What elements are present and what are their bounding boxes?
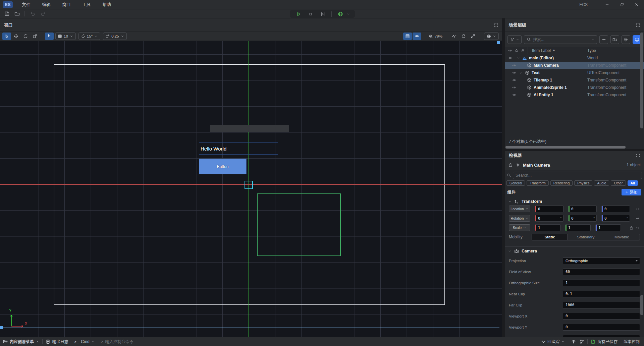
eye-icon[interactable] <box>507 56 513 60</box>
save-status[interactable]: 所有已保存 <box>588 337 621 346</box>
gear-icon[interactable] <box>516 163 520 167</box>
network-status-button[interactable] <box>568 337 579 346</box>
hierarchy-settings-button[interactable] <box>622 35 630 44</box>
eye-icon[interactable] <box>512 63 517 67</box>
mobility-stationary[interactable]: Stationary <box>568 234 603 240</box>
hierarchy-row-main[interactable]: main (Editor) World <box>505 54 644 62</box>
content-drawer-button[interactable]: 内容侧滑菜单 <box>0 337 42 346</box>
hierarchy-row-ai-entity[interactable]: AI Entity 1 TransformComponent <box>505 91 644 99</box>
scene-canvas[interactable]: Hello World Button y x <box>0 41 502 337</box>
world-dropdown[interactable] <box>484 33 499 40</box>
hierarchy-row-animatedsprite[interactable]: AnimatedSprite 1 TransformComponent <box>505 84 644 91</box>
version-control-button[interactable]: 版本控制 <box>621 337 643 346</box>
rotation-z-field[interactable]: 0° <box>601 215 630 222</box>
menu-tools[interactable]: 工具 <box>76 0 97 9</box>
inspector-expand-icon[interactable] <box>636 154 640 158</box>
network-globe-button[interactable] <box>335 11 345 17</box>
snap-magnet-button[interactable] <box>45 33 54 40</box>
inspector-search-input[interactable] <box>516 173 639 178</box>
tab-other[interactable]: Other <box>611 180 626 186</box>
mobility-movable[interactable]: Movable <box>604 234 640 240</box>
inspector-vscrollbar[interactable] <box>640 295 643 315</box>
grid-snap-dropdown[interactable]: 10 <box>55 33 76 40</box>
hierarchy-row-tilemap[interactable]: Tilemap 1 TransformComponent <box>505 76 644 84</box>
minimize-button[interactable] <box>600 0 614 9</box>
eye-icon[interactable] <box>512 85 517 90</box>
chevron-down-icon[interactable] <box>516 56 521 60</box>
camera-section-header[interactable]: Camera <box>505 246 644 255</box>
chevron-right-icon[interactable] <box>518 71 524 74</box>
transform-section-header[interactable]: Transform <box>505 197 644 206</box>
link-axes-icon[interactable] <box>636 207 640 211</box>
app-logo[interactable]: ES <box>3 1 13 8</box>
rotation-x-field[interactable]: 0° <box>535 215 564 222</box>
location-z-field[interactable]: 0 <box>601 206 630 212</box>
far-clip-input[interactable]: 1000 <box>563 302 640 308</box>
viewport-y-input[interactable]: 0 <box>563 324 640 331</box>
hierarchy-row-main-camera[interactable]: Main Camera TransformComponent <box>505 62 644 69</box>
menu-help[interactable]: 帮助 <box>97 0 117 9</box>
scene-panel-widget[interactable] <box>210 125 289 132</box>
redo-button[interactable] <box>39 10 47 17</box>
hierarchy-vscrollbar[interactable] <box>640 33 643 144</box>
field-of-view-input[interactable]: 60 <box>563 269 640 275</box>
zoom-control[interactable]: 79% <box>427 34 444 39</box>
eye-icon[interactable] <box>512 78 517 82</box>
close-button[interactable] <box>629 0 644 9</box>
new-folder-button[interactable] <box>610 35 619 44</box>
play-button[interactable] <box>293 11 304 17</box>
location-y-field[interactable]: 0 <box>568 206 597 212</box>
grid-toggle-button[interactable] <box>403 33 412 40</box>
rotation-dropdown[interactable]: Rotation <box>509 215 530 222</box>
stop-button[interactable] <box>306 11 316 17</box>
camera-bounds-handle-bottom[interactable] <box>0 326 3 329</box>
eye-icon[interactable] <box>512 93 517 97</box>
add-entity-button[interactable] <box>599 35 608 44</box>
location-dropdown[interactable]: Location <box>509 206 530 212</box>
output-log-button[interactable]: 输出日志 <box>43 337 71 346</box>
scale-z-field[interactable]: 1 <box>595 224 621 231</box>
viewport-x-input[interactable]: 0 <box>563 313 640 320</box>
unlock-icon[interactable] <box>508 163 513 167</box>
viewport-expand-icon[interactable] <box>494 23 498 27</box>
uniform-scale-lock-icon[interactable] <box>629 226 634 230</box>
scale-dropdown[interactable]: Scale <box>509 224 530 231</box>
step-button[interactable] <box>318 11 328 17</box>
scene-button-widget[interactable]: Button <box>199 159 247 174</box>
eye-icon[interactable] <box>512 71 517 75</box>
link-axes-icon[interactable] <box>636 216 640 221</box>
filter-dropdown[interactable] <box>507 35 522 44</box>
fullscreen-button[interactable] <box>469 33 477 40</box>
rotate-tool-button[interactable] <box>21 33 30 40</box>
menu-file[interactable]: 文件 <box>16 0 36 9</box>
tab-physics[interactable]: Physics <box>574 180 592 186</box>
save-button[interactable] <box>3 10 11 17</box>
hierarchy-search-input[interactable] <box>533 37 589 42</box>
undo-button[interactable] <box>29 10 37 17</box>
location-x-field[interactable]: 0 <box>535 206 564 212</box>
tab-transform[interactable]: Transform <box>527 180 548 186</box>
move-tool-button[interactable] <box>12 33 20 40</box>
selected-entity-gizmo[interactable] <box>245 181 253 189</box>
chevron-down-icon[interactable] <box>591 38 594 41</box>
tab-general[interactable]: General <box>506 180 525 186</box>
camera-bounds-handle-top[interactable] <box>497 41 500 44</box>
menu-window[interactable]: 窗口 <box>56 0 76 9</box>
scale-snap-dropdown[interactable]: 0.25 <box>103 33 126 40</box>
trace-dropdown[interactable]: 回追踪 <box>538 337 568 346</box>
hierarchy-hscrollbar[interactable] <box>505 145 644 149</box>
scale-x-field[interactable]: 1 <box>535 224 560 231</box>
column-item-label[interactable]: Item Label ▲ <box>532 48 555 53</box>
rotate-snap-dropdown[interactable]: 15° <box>78 33 100 40</box>
rotation-y-field[interactable]: 0° <box>568 215 597 222</box>
tab-rendering[interactable]: Rendering <box>550 180 573 186</box>
near-clip-input[interactable]: 0.1 <box>563 291 640 297</box>
reset-view-button[interactable] <box>459 33 468 40</box>
select-tool-button[interactable] <box>2 33 11 40</box>
maximize-button[interactable] <box>614 0 629 9</box>
link-axes-icon[interactable] <box>636 226 640 230</box>
menu-edit[interactable]: 编辑 <box>36 0 56 9</box>
tab-all[interactable]: All <box>628 180 638 186</box>
column-type[interactable]: Type <box>587 48 596 53</box>
open-folder-button[interactable] <box>13 10 21 17</box>
